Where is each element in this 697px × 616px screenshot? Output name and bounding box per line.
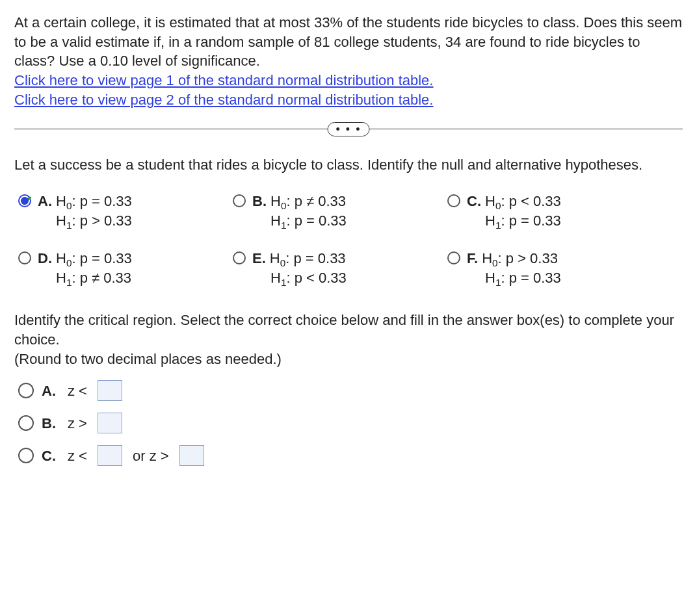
problem-text: At a certain college, it is estimated th… bbox=[14, 14, 682, 69]
crit-a-letter: A. bbox=[42, 381, 56, 401]
crit-b-input[interactable] bbox=[98, 413, 122, 433]
choice-a[interactable]: ✔ A. H0: p = 0.33 H1: p > 0.33 bbox=[18, 192, 226, 231]
check-icon: ✔ bbox=[21, 192, 33, 211]
problem-statement: At a certain college, it is estimated th… bbox=[14, 13, 683, 109]
radio-crit-b[interactable] bbox=[18, 415, 34, 431]
hypotheses-choices: ✔ A. H0: p = 0.33 H1: p > 0.33 B. H0: p … bbox=[18, 192, 683, 287]
radio-f[interactable] bbox=[447, 251, 460, 264]
expand-pill[interactable]: • • • bbox=[328, 122, 370, 136]
radio-crit-c[interactable] bbox=[18, 448, 34, 463]
crit-a-text: z < bbox=[68, 381, 87, 401]
crit-c-input1[interactable] bbox=[98, 445, 122, 466]
radio-d[interactable] bbox=[18, 251, 31, 264]
critical-choice-b[interactable]: B. z > bbox=[18, 413, 683, 433]
choice-b[interactable]: B. H0: p ≠ 0.33 H1: p = 0.33 bbox=[233, 192, 441, 231]
crit-a-input[interactable] bbox=[98, 380, 122, 401]
prompt-critical-region: Identify the critical region. Select the… bbox=[14, 311, 683, 349]
crit-c-input2[interactable] bbox=[179, 445, 204, 466]
critical-choices: A. z < B. z > C. z < or z > bbox=[18, 380, 683, 466]
crit-c-text1: z < bbox=[68, 446, 87, 466]
choice-d-letter: D. bbox=[38, 249, 52, 268]
crit-b-text: z > bbox=[68, 414, 87, 433]
choice-e-letter: E. bbox=[252, 249, 266, 268]
crit-c-letter: C. bbox=[42, 446, 56, 466]
radio-crit-a[interactable] bbox=[18, 383, 34, 398]
choice-c-letter: C. bbox=[467, 192, 481, 211]
radio-c[interactable] bbox=[447, 194, 460, 207]
link-table-page2[interactable]: Click here to view page 2 of the standar… bbox=[14, 92, 433, 108]
choice-e[interactable]: E. H0: p = 0.33 H1: p < 0.33 bbox=[233, 249, 441, 288]
choice-a-letter: A. bbox=[38, 192, 52, 211]
critical-choice-a[interactable]: A. z < bbox=[18, 380, 683, 401]
link-table-page1[interactable]: Click here to view page 1 of the standar… bbox=[14, 72, 433, 88]
crit-c-text2: or z > bbox=[133, 446, 169, 466]
crit-b-letter: B. bbox=[42, 414, 56, 433]
choice-f-letter: F. bbox=[467, 249, 478, 268]
prompt-hypotheses: Let a success be a student that rides a … bbox=[14, 155, 683, 175]
radio-a[interactable]: ✔ bbox=[18, 194, 31, 207]
choice-b-letter: B. bbox=[252, 192, 267, 211]
choice-c[interactable]: C. H0: p < 0.33 H1: p = 0.33 bbox=[447, 192, 655, 231]
prompt-critical-note: (Round to two decimal places as needed.) bbox=[14, 350, 683, 369]
radio-e[interactable] bbox=[233, 251, 246, 264]
section-divider: • • • bbox=[14, 129, 683, 129]
choice-f[interactable]: F. H0: p > 0.33 H1: p = 0.33 bbox=[447, 249, 655, 288]
critical-choice-c[interactable]: C. z < or z > bbox=[18, 445, 683, 466]
radio-b[interactable] bbox=[233, 194, 246, 207]
choice-d[interactable]: D. H0: p = 0.33 H1: p ≠ 0.33 bbox=[18, 249, 226, 288]
